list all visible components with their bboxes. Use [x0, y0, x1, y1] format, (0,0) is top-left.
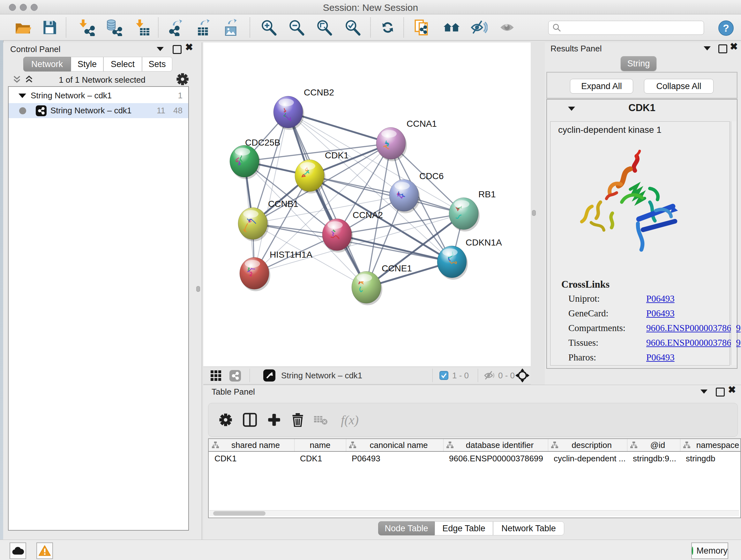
- warnings-button[interactable]: [37, 543, 53, 559]
- memory-status-dot: [692, 547, 693, 555]
- export-network-button[interactable]: [167, 19, 185, 36]
- network-graph: CCNB2CCNA1CDC25BCDK1CDC6RB1CCNB1CCNA2CDK…: [203, 43, 531, 367]
- node-label: CDC6: [419, 171, 444, 181]
- column-header--id[interactable]: @id: [627, 439, 680, 451]
- crosslink-row: GeneCard:P06493: [568, 308, 722, 323]
- crosslink-value-link[interactable]: 9606.ENSP00000378699: [646, 337, 741, 348]
- show-columns-button[interactable]: [240, 410, 259, 429]
- table-panel-collapse-button[interactable]: [700, 389, 708, 394]
- results-panel-float-button[interactable]: [718, 44, 727, 53]
- hide-selected-button[interactable]: [470, 19, 488, 36]
- crosslink-value-link[interactable]: 9606.ENSP00000378699: [646, 323, 741, 333]
- import-network-file-button[interactable]: [78, 19, 95, 36]
- help-button[interactable]: ?: [718, 19, 735, 37]
- fit-selected-crosshair-icon[interactable]: [515, 368, 529, 382]
- toolbar-separator: [158, 17, 158, 37]
- column-header-name[interactable]: name: [294, 439, 346, 451]
- right-splitter-handle[interactable]: [532, 210, 536, 216]
- tab-network[interactable]: Network: [23, 57, 71, 71]
- results-panel-close-button[interactable]: ✖: [730, 43, 738, 51]
- scrollbar-thumb[interactable]: [213, 511, 266, 516]
- network-node-CCNB1[interactable]: CCNB1: [238, 199, 298, 241]
- expand-all-button[interactable]: Expand All: [570, 79, 633, 94]
- left-splitter-handle[interactable]: [196, 286, 200, 292]
- network-status-dot: [19, 107, 26, 114]
- network-node-CDC25B[interactable]: CDC25B: [230, 138, 280, 179]
- memory-button[interactable]: Memory: [691, 543, 728, 559]
- table-cell[interactable]: CDK1: [294, 454, 346, 465]
- show-all-button[interactable]: [498, 19, 516, 36]
- search-input[interactable]: [561, 23, 697, 33]
- network-node-CCNA1[interactable]: CCNA1: [376, 119, 437, 161]
- network-node-RB1[interactable]: RB1: [449, 189, 495, 232]
- results-tab-string[interactable]: String: [621, 56, 657, 71]
- network-view-share-icon[interactable]: [229, 370, 241, 381]
- node-label: RB1: [478, 189, 495, 199]
- tab-edge-table[interactable]: Edge Table: [434, 521, 493, 536]
- crosslink-label: Compartments:: [568, 323, 625, 333]
- import-network-database-button[interactable]: [105, 19, 123, 36]
- network-node-CCNE1[interactable]: CCNE1: [352, 263, 412, 305]
- network-node-CDKN1A[interactable]: CDKN1A: [437, 238, 502, 280]
- table-panel: Table Panel ✖: [203, 385, 741, 540]
- tab-select[interactable]: Select: [104, 57, 142, 71]
- control-panel-close-button[interactable]: ✖: [185, 44, 193, 52]
- table-cell[interactable]: stringdb:9...: [627, 454, 680, 465]
- apply-layout-button[interactable]: [379, 19, 396, 36]
- table-options-button[interactable]: [216, 410, 235, 429]
- results-scrollbar[interactable]: [731, 121, 736, 365]
- network-collection-row[interactable]: String Network – cdk1 1: [9, 88, 188, 103]
- table-cell[interactable]: stringdb: [680, 454, 741, 465]
- table-panel-close-button[interactable]: ✖: [728, 386, 736, 394]
- results-panel-collapse-button[interactable]: [704, 46, 711, 51]
- cloud-status-button[interactable]: [10, 543, 26, 559]
- results-panel: Results Panel ✖ String Expand All Collap…: [545, 43, 741, 385]
- open-session-button[interactable]: [14, 19, 31, 36]
- grid-view-icon[interactable]: [210, 370, 222, 381]
- create-column-button[interactable]: [265, 410, 284, 429]
- collapse-all-button[interactable]: Collapse All: [644, 79, 714, 94]
- zoom-selected-button[interactable]: [344, 19, 361, 36]
- crosslink-value-link[interactable]: P06493: [646, 308, 675, 319]
- collection-label: String Network – cdk1: [30, 91, 112, 101]
- collection-disclosure-triangle[interactable]: [18, 94, 26, 98]
- crosslink-value-link[interactable]: P06493: [646, 352, 675, 363]
- tab-sets[interactable]: Sets: [142, 57, 172, 71]
- column-header-namespace[interactable]: namespace: [680, 439, 741, 451]
- network-row[interactable]: String Network – cdk1 11 48: [9, 103, 188, 118]
- network-canvas[interactable]: CCNB2CCNA1CDC25BCDK1CDC6RB1CCNB1CCNA2CDK…: [203, 43, 531, 367]
- control-panel-collapse-button[interactable]: [157, 47, 164, 51]
- table-cell[interactable]: CDK1: [209, 454, 294, 465]
- crosslink-value-link[interactable]: P06493: [646, 294, 675, 304]
- tab-network-table[interactable]: Network Table: [493, 521, 564, 536]
- new-network-from-selection-button[interactable]: [413, 19, 430, 36]
- delete-column-button[interactable]: [288, 410, 307, 429]
- save-session-button[interactable]: [41, 19, 58, 36]
- tab-node-table[interactable]: Node Table: [378, 521, 434, 536]
- column-header-shared-name[interactable]: shared name: [209, 439, 294, 451]
- tab-style[interactable]: Style: [71, 57, 104, 71]
- crosslink-label: Tissues:: [568, 337, 598, 348]
- import-table-button[interactable]: [133, 19, 151, 36]
- search-box[interactable]: [548, 21, 704, 35]
- first-neighbors-button[interactable]: [443, 19, 460, 36]
- export-image-button[interactable]: [223, 19, 240, 36]
- export-table-button[interactable]: [195, 19, 212, 36]
- table-cell[interactable]: P06493: [346, 454, 443, 465]
- network-panel-options-button[interactable]: [176, 72, 189, 87]
- table-horizontal-scrollbar[interactable]: [209, 510, 739, 516]
- birdseye-view-icon[interactable]: [263, 369, 275, 381]
- table-cell[interactable]: 9606.ENSP00000378699: [443, 454, 548, 465]
- crosslink-row: Uniprot:P06493: [568, 294, 722, 308]
- table-cell[interactable]: cyclin-dependent ...: [548, 454, 627, 465]
- network-node-HIST1H1A[interactable]: HIST1H1A: [240, 250, 313, 291]
- selected-checkbox-icon[interactable]: [440, 371, 448, 380]
- zoom-out-button[interactable]: [288, 19, 305, 36]
- column-header-canonical-name[interactable]: canonical name: [346, 439, 444, 451]
- column-header-description[interactable]: description: [548, 439, 627, 451]
- control-panel-float-button[interactable]: [173, 45, 182, 54]
- zoom-fit-button[interactable]: [316, 19, 333, 36]
- column-header-database-identifier[interactable]: database identifier: [443, 439, 548, 451]
- zoom-in-button[interactable]: [260, 19, 277, 36]
- table-panel-float-button[interactable]: [716, 388, 725, 396]
